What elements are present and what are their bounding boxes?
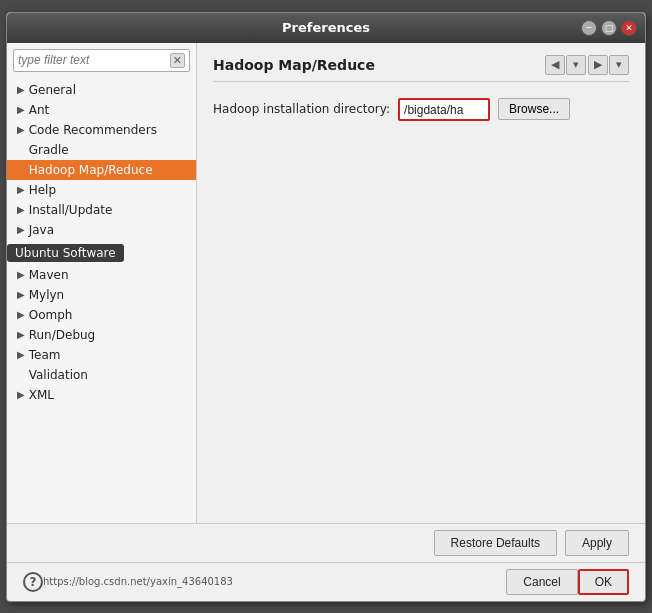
sidebar-item-label: Validation	[29, 368, 88, 382]
spacer	[213, 133, 629, 511]
dir-input-wrapper	[398, 98, 490, 121]
back-dropdown-button[interactable]: ▾	[566, 55, 586, 75]
sidebar-item-gradle[interactable]: ▶ Gradle	[7, 140, 196, 160]
sidebar-item-java[interactable]: ▶ Java Ubuntu Software	[7, 220, 196, 240]
back-arrow-group: ◀ ▾	[545, 55, 586, 75]
sidebar-item-label: Gradle	[29, 143, 69, 157]
sidebar-item-label: Team	[29, 348, 61, 362]
sidebar-item-label: Oomph	[29, 308, 73, 322]
sidebar-item-label: Mylyn	[29, 288, 65, 302]
close-button[interactable]: ✕	[621, 20, 637, 36]
maximize-button[interactable]: □	[601, 20, 617, 36]
restore-defaults-button[interactable]: Restore Defaults	[434, 530, 557, 556]
sidebar-item-label: Code Recommenders	[29, 123, 157, 137]
apply-button[interactable]: Apply	[565, 530, 629, 556]
arrow-icon: ▶	[17, 84, 25, 95]
forward-dropdown-button[interactable]: ▾	[609, 55, 629, 75]
titlebar: Preferences ─ □ ✕	[7, 13, 645, 43]
tree-list: ▶ General ▶ Ant ▶ Code Recommenders ▶ Gr…	[7, 78, 196, 523]
sidebar-item-ant[interactable]: ▶ Ant	[7, 100, 196, 120]
panel-title-row: Hadoop Map/Reduce ◀ ▾ ▶ ▾	[213, 55, 629, 82]
tooltip-ubuntu-software: Ubuntu Software	[7, 244, 124, 262]
sidebar-item-label: Hadoop Map/Reduce	[29, 163, 153, 177]
forward-button[interactable]: ▶	[588, 55, 608, 75]
hadoop-dir-row: Hadoop installation directory: Browse...	[213, 98, 629, 121]
sidebar-item-install-update[interactable]: ▶ Install/Update	[7, 200, 196, 220]
arrow-icon: ▶	[17, 204, 25, 215]
main-panel: Hadoop Map/Reduce ◀ ▾ ▶ ▾ Hadoop install…	[197, 43, 645, 523]
sidebar-item-label: General	[29, 83, 76, 97]
arrow-icon: ▶	[17, 269, 25, 280]
footer-row: ? https://blog.csdn.net/yaxin_43640183 C…	[7, 562, 645, 601]
sidebar-item-code-recommenders[interactable]: ▶ Code Recommenders	[7, 120, 196, 140]
arrow-icon: ▶	[17, 309, 25, 320]
sidebar-item-label: Help	[29, 183, 56, 197]
minimize-button[interactable]: ─	[581, 20, 597, 36]
ok-button[interactable]: OK	[578, 569, 629, 595]
browse-button[interactable]: Browse...	[498, 98, 570, 120]
sidebar-item-validation[interactable]: ▶ Validation	[7, 365, 196, 385]
sidebar: ✕ ▶ General ▶ Ant ▶ Code Recommenders	[7, 43, 197, 523]
arrow-icon: ▶	[17, 289, 25, 300]
arrow-icon: ▶	[17, 224, 25, 235]
sidebar-item-help[interactable]: ▶ Help	[7, 180, 196, 200]
sidebar-item-hadoop-mapreduce[interactable]: ▶ Hadoop Map/Reduce	[7, 160, 196, 180]
back-button[interactable]: ◀	[545, 55, 565, 75]
sidebar-item-label: Run/Debug	[29, 328, 96, 342]
sidebar-item-oomph[interactable]: ▶ Oomph	[7, 305, 196, 325]
arrow-icon: ▶	[17, 124, 25, 135]
window-title: Preferences	[282, 20, 370, 35]
panel-title-text: Hadoop Map/Reduce	[213, 57, 375, 73]
arrow-icon: ▶	[17, 184, 25, 195]
sidebar-item-run-debug[interactable]: ▶ Run/Debug	[7, 325, 196, 345]
cancel-button[interactable]: Cancel	[506, 569, 577, 595]
window-controls: ─ □ ✕	[581, 20, 637, 36]
forward-arrow-group: ▶ ▾	[588, 55, 629, 75]
sidebar-item-label: Java	[29, 223, 54, 237]
search-box: ✕	[13, 49, 190, 72]
navigation-arrows: ◀ ▾ ▶ ▾	[545, 55, 629, 75]
hadoop-dir-input[interactable]	[404, 103, 484, 117]
sidebar-item-label: Maven	[29, 268, 69, 282]
restore-apply-row: Restore Defaults Apply	[7, 523, 645, 562]
sidebar-item-general[interactable]: ▶ General	[7, 80, 196, 100]
arrow-icon: ▶	[17, 104, 25, 115]
preferences-window: Preferences ─ □ ✕ ✕ ▶ General ▶	[6, 12, 646, 602]
sidebar-item-label: Ant	[29, 103, 50, 117]
status-link: https://blog.csdn.net/yaxin_43640183	[43, 576, 233, 587]
search-input[interactable]	[18, 53, 170, 67]
search-clear-button[interactable]: ✕	[170, 53, 185, 68]
sidebar-item-xml[interactable]: ▶ XML	[7, 385, 196, 405]
content-area: ✕ ▶ General ▶ Ant ▶ Code Recommenders	[7, 43, 645, 523]
arrow-icon: ▶	[17, 389, 25, 400]
sidebar-item-label: Install/Update	[29, 203, 113, 217]
hadoop-dir-label: Hadoop installation directory:	[213, 102, 390, 116]
arrow-icon: ▶	[17, 329, 25, 340]
help-button[interactable]: ?	[23, 572, 43, 592]
arrow-icon: ▶	[17, 349, 25, 360]
sidebar-item-team[interactable]: ▶ Team	[7, 345, 196, 365]
sidebar-item-label: XML	[29, 388, 54, 402]
sidebar-item-mylyn[interactable]: ▶ Mylyn	[7, 285, 196, 305]
